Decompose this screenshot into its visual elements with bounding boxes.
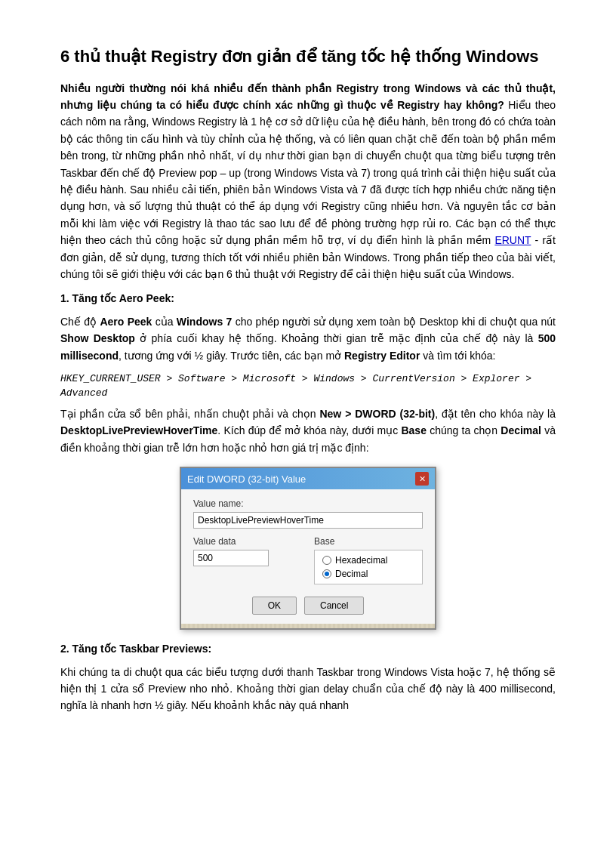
decimal-radio-item[interactable]: Decimal: [322, 569, 414, 579]
section2-body: Khi chúng ta di chuột qua các biểu tượng…: [60, 664, 556, 714]
edit-dword-dialog: Edit DWORD (32-bit) Value ✕ Value name: …: [180, 467, 436, 630]
dialog-noise-bar: [181, 624, 435, 628]
value-data-input[interactable]: [193, 550, 269, 566]
section1-body2: Tại phần cửa sổ bên phải, nhấn chuột phả…: [60, 405, 556, 456]
base-label: Base: [314, 536, 423, 547]
base-col: Base Hexadecimal Decimal: [314, 536, 423, 584]
base-radio-group: Hexadecimal Decimal: [314, 550, 423, 584]
dialog-close-button[interactable]: ✕: [415, 472, 429, 486]
decimal-radio[interactable]: [322, 569, 331, 578]
dialog-titlebar: Edit DWORD (32-bit) Value ✕: [181, 468, 435, 489]
cancel-button[interactable]: Cancel: [304, 597, 364, 615]
value-name-label: Value name:: [193, 498, 423, 509]
section2-heading: 2. Tăng tốc Taskbar Previews:: [60, 640, 556, 657]
dialog-container: Edit DWORD (32-bit) Value ✕ Value name: …: [60, 467, 556, 630]
dialog-title: Edit DWORD (32-bit) Value: [187, 473, 306, 485]
erunt-link[interactable]: ERUNT: [494, 234, 531, 246]
page-title: 6 thủ thuật Registry đơn giản để tăng tố…: [60, 45, 556, 68]
value-data-row: Value data Base Hexadecimal Decimal: [193, 536, 423, 584]
dialog-body: Value name: Value data Base Hexadecimal: [181, 489, 435, 624]
dialog-buttons: OK Cancel: [193, 591, 423, 615]
section1-body: Chế độ Aero Peek của Windows 7 cho phép …: [60, 313, 556, 364]
intro-paragraph: Nhiều người thường nói khá nhiều đến thà…: [60, 80, 556, 283]
value-name-input[interactable]: [193, 512, 423, 529]
hexadecimal-label: Hexadecimal: [335, 555, 387, 566]
ok-button[interactable]: OK: [252, 597, 297, 615]
registry-path: HKEY_CURRENT_USER > Software > Microsoft…: [60, 372, 556, 401]
section1-heading: 1. Tăng tốc Aero Peek:: [60, 290, 556, 307]
hexadecimal-radio-item[interactable]: Hexadecimal: [322, 555, 414, 566]
value-data-col: Value data: [193, 536, 302, 584]
hexadecimal-radio[interactable]: [322, 556, 331, 565]
decimal-label: Decimal: [335, 569, 368, 579]
intro-body: Hiểu theo cách nôm na rằng, Windows Regi…: [60, 99, 556, 246]
intro-bold: Nhiều người thường nói khá nhiều đến thà…: [60, 82, 556, 111]
value-data-label: Value data: [193, 536, 302, 547]
